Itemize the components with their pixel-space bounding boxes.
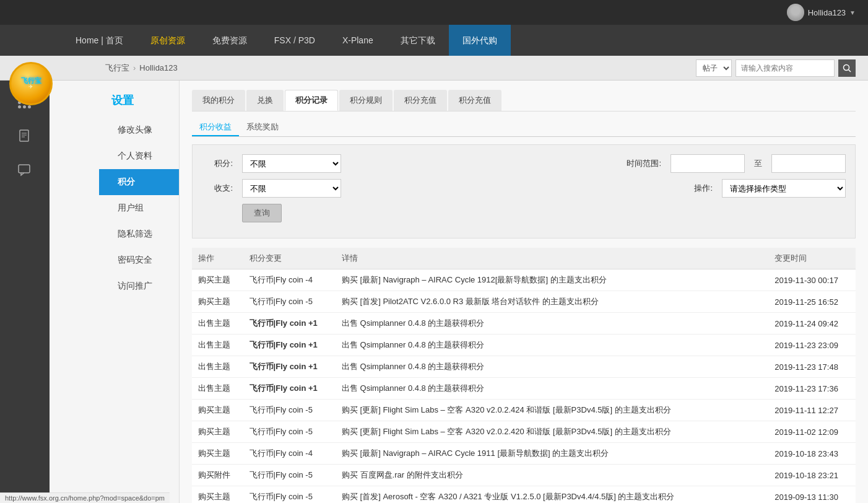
income-select[interactable]: 不限	[242, 179, 341, 198]
icon-document[interactable]	[9, 121, 40, 152]
cell-action: 购买主题	[192, 291, 243, 313]
tab-recharge1[interactable]: 积分充值	[394, 90, 447, 111]
logo-area[interactable]: 飞行宝 ✈	[0, 50, 105, 118]
cell-action: 出售主题	[192, 356, 243, 378]
status-url: http://www.fsx.org.cn/home.php?mod=space…	[0, 492, 170, 503]
sub-nav: 飞行宝 › Hollida123 帖子	[0, 56, 868, 81]
nav-links: Home | 首页 原创资源 免费资源 FSX / P3D X-Plane 其它…	[62, 25, 868, 56]
sidebar-title: 设置	[99, 87, 179, 114]
table-row: 购买附件飞行币|Fly coin -5购买 百度网盘.rar 的附件支出积分20…	[192, 465, 856, 486]
table-row: 出售主题飞行币|Fly coin +1出售 Qsimplanner 0.4.8 …	[192, 378, 856, 400]
col-action: 操作	[192, 248, 243, 269]
search-button[interactable]	[838, 59, 856, 77]
table-row: 购买主题飞行币|Fly coin -5购买 [首发] Pilot2ATC V2.…	[192, 291, 856, 313]
jf-select[interactable]: 不限	[242, 154, 341, 173]
search-type-select[interactable]: 帖子	[696, 59, 732, 77]
cell-action: 购买主题	[192, 421, 243, 443]
cell-detail: 购买 [最新] Navigraph – AIRAC Cycle 1911 [最新…	[336, 443, 768, 465]
cell-time: 2019-10-18 23:21	[768, 465, 856, 486]
cell-change: 飞行币|Fly coin +1	[243, 356, 336, 378]
tab-recharge2[interactable]: 积分充值	[448, 90, 501, 111]
sidebar-item-privacy[interactable]: 隐私筛选	[99, 221, 179, 247]
filter-row-2: 收支: 不限 操作: 请选择操作类型	[202, 179, 846, 198]
table-row: 购买主题飞行币|Fly coin -5购买 [更新] Flight Sim La…	[192, 400, 856, 421]
nav-original[interactable]: 原创资源	[137, 25, 199, 56]
cell-time: 2019-11-23 23:09	[768, 335, 856, 356]
sub-tab-income[interactable]: 积分收益	[192, 119, 239, 136]
table-row: 购买主题飞行币|Fly coin -4购买 [最新] Navigraph – A…	[192, 269, 856, 291]
top-bar: Hollida123 ▼	[0, 0, 868, 25]
nav-fsx[interactable]: FSX / P3D	[261, 25, 329, 56]
breadcrumb: 飞行宝 › Hollida123	[105, 63, 178, 74]
search-icon	[843, 64, 851, 72]
cell-detail: 购买 [首发] Aerosoft - 空客 A320 / A321 专业版 V1…	[336, 486, 768, 504]
cell-action: 购买主题	[192, 400, 243, 421]
cell-detail: 购买 百度网盘.rar 的附件支出积分	[336, 465, 768, 486]
filter-row-3: 查询	[202, 204, 846, 222]
sub-tab-system[interactable]: 系统奖励	[239, 119, 286, 136]
cell-time: 2019-11-02 12:09	[768, 421, 856, 443]
cell-action: 出售主题	[192, 313, 243, 335]
tab-records[interactable]: 积分记录	[285, 90, 338, 111]
avatar	[787, 4, 804, 21]
jf-label: 积分:	[202, 158, 233, 169]
sidebar-item-promotion[interactable]: 访问推广	[99, 273, 179, 299]
filter-form: 积分: 不限 时间范围: 至 收支: 不限 操作: 请选择操作类型	[192, 144, 856, 238]
nav-free[interactable]: 免费资源	[199, 25, 261, 56]
filter-row-1: 积分: 不限 时间范围: 至	[202, 154, 846, 173]
cell-change: 飞行币|Fly coin +1	[243, 378, 336, 400]
cell-time: 2019-09-13 11:30	[768, 486, 856, 504]
sub-tabs: 积分收益 系统奖励	[192, 119, 856, 137]
cell-change: 飞行币|Fly coin -5	[243, 465, 336, 486]
cell-time: 2019-11-11 12:27	[768, 400, 856, 421]
search-input[interactable]	[736, 59, 835, 77]
svg-rect-2	[20, 130, 28, 141]
cell-action: 购买主题	[192, 486, 243, 504]
cell-change: 飞行币|Fly coin -4	[243, 443, 336, 465]
cell-action: 购买主题	[192, 443, 243, 465]
tab-rules[interactable]: 积分规则	[339, 90, 393, 111]
col-time: 变更时间	[768, 248, 856, 269]
sidebar-item-points[interactable]: 积分	[99, 169, 179, 195]
sidebar-item-security[interactable]: 密码安全	[99, 247, 179, 273]
breadcrumb-home[interactable]: 飞行宝	[105, 63, 129, 74]
cell-change: 飞行币|Fly coin +1	[243, 335, 336, 356]
logo-icon: 飞行宝 ✈	[9, 62, 53, 105]
query-button[interactable]: 查询	[242, 204, 282, 222]
icon-panel	[0, 81, 50, 503]
nav-overseas[interactable]: 国外代购	[449, 25, 511, 56]
sidebar-item-avatar[interactable]: 修改头像	[99, 117, 179, 143]
col-detail: 详情	[336, 248, 768, 269]
tabs: 我的积分 兑换 积分记录 积分规则 积分充值 积分充值	[192, 90, 856, 112]
icon-chat[interactable]	[9, 155, 40, 186]
chat-icon	[18, 164, 32, 177]
nav-xplane[interactable]: X-Plane	[329, 25, 387, 56]
op-label: 操作:	[669, 183, 713, 194]
cell-change: 飞行币|Fly coin -5	[243, 486, 336, 504]
op-select[interactable]: 请选择操作类型	[722, 179, 846, 198]
cell-action: 购买附件	[192, 465, 243, 486]
cell-change: 飞行币|Fly coin -5	[243, 291, 336, 313]
tab-mypoints[interactable]: 我的积分	[192, 90, 245, 111]
cell-change: 飞行币|Fly coin -5	[243, 400, 336, 421]
table-row: 购买主题飞行币|Fly coin -5购买 [更新] Flight Sim La…	[192, 421, 856, 443]
content-area: 我的积分 兑换 积分记录 积分规则 积分充值 积分充值 积分收益 系统奖励 积分…	[180, 81, 868, 503]
cell-detail: 购买 [首发] Pilot2ATC V2.6.0.0 R3 最新版 塔台对话软件…	[336, 291, 768, 313]
cell-detail: 出售 Qsimplanner 0.4.8 的主题获得积分	[336, 335, 768, 356]
cell-detail: 购买 [更新] Flight Sim Labs – 空客 A320 v2.0.2…	[336, 400, 768, 421]
chevron-down-icon: ▼	[849, 9, 856, 16]
table-row: 出售主题飞行币|Fly coin +1出售 Qsimplanner 0.4.8 …	[192, 335, 856, 356]
time-start-input[interactable]	[671, 154, 745, 173]
time-end-input[interactable]	[771, 154, 846, 173]
cell-change: 飞行币|Fly coin +1	[243, 313, 336, 335]
breadcrumb-sep: ›	[133, 63, 136, 72]
data-table: 操作 积分变更 详情 变更时间 购买主题飞行币|Fly coin -4购买 [最…	[192, 248, 856, 503]
nav-other[interactable]: 其它下载	[387, 25, 449, 56]
sidebar-item-profile[interactable]: 个人资料	[99, 143, 179, 169]
cell-time: 2019-11-23 17:36	[768, 378, 856, 400]
cell-change: 飞行币|Fly coin -4	[243, 269, 336, 291]
user-menu[interactable]: Hollida123 ▼	[787, 4, 856, 21]
breadcrumb-user[interactable]: Hollida123	[139, 63, 177, 72]
tab-exchange[interactable]: 兑换	[246, 90, 284, 111]
sidebar-item-group[interactable]: 用户组	[99, 195, 179, 221]
